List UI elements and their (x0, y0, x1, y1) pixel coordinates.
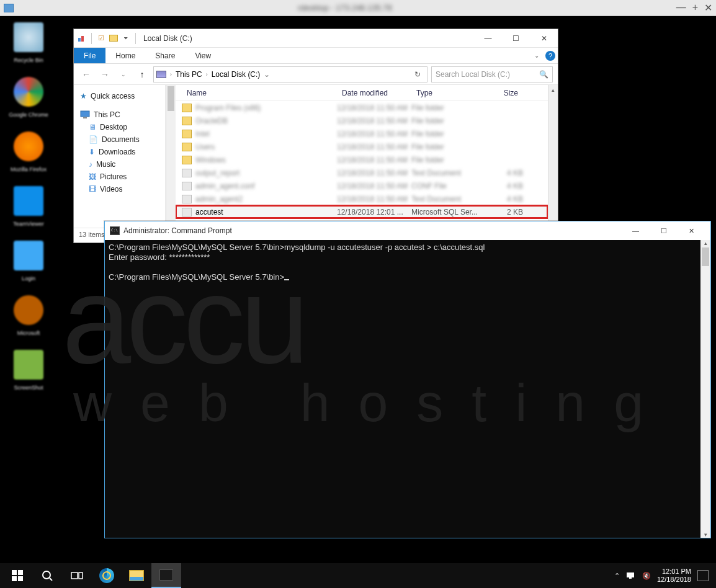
nav-back-button[interactable]: ← (79, 67, 94, 82)
desktop-icon-label: Mozilla Firefox (11, 166, 47, 172)
nav-forward-button[interactable]: → (97, 67, 112, 82)
qat-dropdown-icon[interactable]: ⏷ (120, 33, 132, 44)
file-row[interactable]: Intel12/18/2018 11:50 AMFile folder (176, 127, 548, 140)
scroll-up-icon[interactable]: ▴ (552, 85, 555, 95)
qat-check-icon[interactable]: ☑ (96, 33, 107, 44)
explorer-close-button[interactable]: ✕ (530, 29, 558, 48)
cmd-scrollbar[interactable]: ▴ ▾ (700, 240, 710, 538)
recycle-bin-icon[interactable] (14, 22, 43, 52)
teamviewer-icon[interactable] (14, 186, 43, 216)
screenshot-icon[interactable] (14, 350, 43, 380)
nav-label: Music (96, 160, 115, 169)
nav-this-pc[interactable]: This PC (76, 109, 163, 121)
taskbar-clock[interactable]: 12:01 PM 12/18/2018 (657, 568, 691, 584)
cmd-maximize-button[interactable]: ☐ (650, 221, 678, 240)
file-row[interactable]: admin_agent.conf12/18/2018 11:50 AMCONF … (176, 179, 548, 192)
cmd-titlebar[interactable]: Administrator: Command Prompt — ☐ ✕ (105, 221, 710, 240)
file-row-highlighted[interactable]: accutest12/18/2018 12:01 ...Microsoft SQ… (176, 205, 548, 218)
nav-scrollbar[interactable] (166, 85, 176, 228)
desktop-icon-label: TeamViewer (13, 221, 43, 227)
nav-documents[interactable]: 📄Documents (76, 133, 163, 146)
ms-icon[interactable] (14, 295, 43, 325)
column-headers[interactable]: Name Date modified Type Size (176, 85, 548, 101)
ribbon-view-tab[interactable]: View (185, 48, 221, 63)
taskbar-explorer[interactable] (122, 563, 151, 588)
file-row[interactable]: Program Files (x86)12/18/2018 11:50 AMFi… (176, 101, 548, 114)
cmd-minimize-button[interactable]: — (622, 221, 650, 240)
search-placeholder: Search Local Disk (C:) (436, 70, 510, 79)
file-icon (182, 104, 192, 112)
drive-icon (156, 71, 166, 78)
rdesktop-minimize[interactable]: — (676, 2, 686, 14)
file-date: 12/18/2018 12:01 ... (337, 208, 411, 216)
firefox-icon[interactable] (14, 131, 43, 161)
rdesktop-maximize[interactable]: + (692, 2, 698, 14)
svg-rect-3 (83, 117, 87, 118)
nav-desktop[interactable]: 🖥Desktop (76, 121, 163, 133)
breadcrumb-dropdown-icon[interactable]: ⌄ (261, 70, 272, 79)
chevron-right-icon[interactable]: › (204, 71, 210, 78)
rdesktop-title: rdesktop - 173.248.135.78 (14, 3, 676, 12)
tray-volume-icon[interactable]: 🔇 (642, 572, 651, 580)
file-row[interactable]: admin_agent212/18/2018 11:50 AMText Docu… (176, 192, 548, 205)
search-input[interactable]: Search Local Disk (C:) 🔍 (431, 66, 553, 82)
ribbon-collapse-icon[interactable]: ⌄ (530, 48, 543, 63)
file-icon (182, 130, 192, 138)
qat-properties-icon[interactable] (76, 33, 87, 44)
start-button[interactable] (2, 563, 32, 588)
nav-recent-dropdown[interactable]: ⌄ (116, 67, 131, 82)
scroll-up-icon[interactable]: ▴ (704, 240, 707, 246)
explorer-title: Local Disk (C:) (141, 34, 192, 43)
file-size: 2 KB (486, 208, 523, 216)
nav-pictures[interactable]: 🖼Pictures (76, 171, 163, 183)
rdesktop-close[interactable]: ✕ (704, 2, 712, 14)
nav-music[interactable]: ♪Music (76, 158, 163, 171)
refresh-icon[interactable]: ↻ (411, 70, 424, 79)
nav-downloads[interactable]: ⬇Downloads (76, 146, 163, 158)
cmd-close-button[interactable]: ✕ (678, 221, 705, 240)
nav-quick-access[interactable]: ★Quick access (76, 90, 163, 102)
ribbon-file-tab[interactable]: File (74, 48, 105, 63)
explorer-maximize-button[interactable]: ☐ (502, 29, 530, 48)
breadcrumb-item[interactable]: This PC (176, 70, 202, 79)
file-row[interactable]: Users12/18/2018 11:50 AMFile folder (176, 140, 548, 153)
taskbar-cmd[interactable] (151, 563, 181, 588)
task-view-button[interactable] (62, 563, 92, 588)
col-date[interactable]: Date modified (337, 89, 411, 97)
col-size[interactable]: Size (486, 89, 523, 97)
chevron-right-icon[interactable]: › (168, 71, 174, 78)
nav-label: Quick access (91, 92, 135, 100)
svg-line-9 (50, 578, 52, 581)
svg-rect-4 (12, 570, 17, 575)
file-type: Microsoft SQL Ser... (411, 208, 486, 216)
notifications-icon[interactable] (697, 570, 709, 581)
ribbon-share-tab[interactable]: Share (145, 48, 185, 63)
search-button[interactable] (32, 563, 62, 588)
chrome-icon[interactable] (14, 77, 43, 107)
tray-network-icon[interactable] (626, 571, 636, 580)
ribbon-home-tab[interactable]: Home (105, 48, 145, 63)
tray-chevron-icon[interactable]: ⌃ (614, 572, 620, 580)
search-icon[interactable]: 🔍 (539, 70, 548, 79)
nav-videos[interactable]: 🎞Videos (76, 183, 163, 195)
breadcrumb-item[interactable]: Local Disk (C:) (212, 70, 261, 79)
explorer-minimize-button[interactable]: — (474, 29, 502, 48)
file-row[interactable]: output_report12/18/2018 11:50 AMText Doc… (176, 166, 548, 179)
qat-folder-icon[interactable] (108, 33, 119, 44)
taskbar-ie[interactable] (92, 563, 122, 588)
cmd-terminal[interactable]: C:\Program Files\MySQL\MySQL Server 5.7\… (105, 240, 700, 538)
cmd-icon (110, 226, 120, 235)
login-icon[interactable] (14, 241, 43, 270)
breadcrumb[interactable]: › This PC › Local Disk (C:) ⌄ ↻ (153, 66, 427, 82)
file-scrollbar[interactable]: ▴ ▾ (548, 85, 558, 228)
col-name[interactable]: Name (182, 89, 337, 97)
address-bar: ← → ⌄ ↑ › This PC › Local Disk (C:) ⌄ ↻ … (74, 64, 558, 85)
explorer-titlebar[interactable]: ☑ ⏷ Local Disk (C:) — ☐ ✕ (74, 29, 558, 48)
col-type[interactable]: Type (411, 89, 486, 97)
file-list[interactable]: Program Files (x86)12/18/2018 11:50 AMFi… (176, 101, 548, 228)
help-icon[interactable]: ? (543, 48, 558, 63)
nav-up-button[interactable]: ↑ (135, 67, 150, 82)
file-row[interactable]: OracleDB12/18/2018 11:50 AMFile folder (176, 114, 548, 127)
scroll-down-icon[interactable]: ▾ (704, 532, 707, 538)
file-row[interactable]: Windows12/18/2018 11:50 AMFile folder (176, 153, 548, 166)
